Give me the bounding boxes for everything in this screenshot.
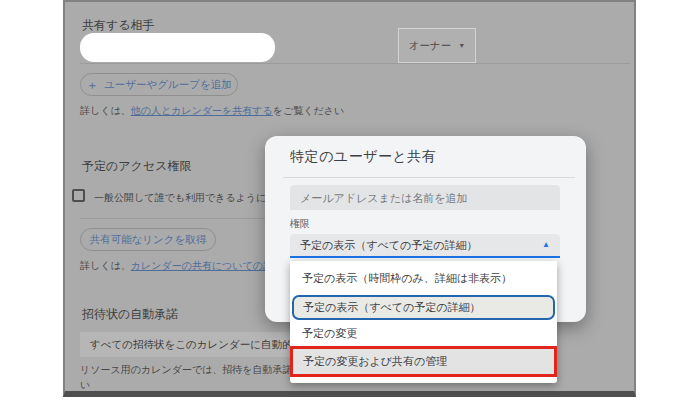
access-permissions-heading: 予定のアクセス権限 xyxy=(82,158,191,175)
redacted-user-chip xyxy=(80,33,275,62)
permission-option-label: 予定の変更および共有の管理 xyxy=(303,354,447,369)
permission-option-see-busy[interactable]: 予定の表示（時間枠のみ、詳細は非表示） xyxy=(290,264,557,292)
calendar-help-prefix: 詳しくは、 xyxy=(80,260,131,271)
permission-select-value: 予定の表示（すべての予定の詳細） xyxy=(300,238,478,253)
screenshot-stage: 共有する相手 オーナー ▼ ＋ ユーザーやグループを追加 詳しくは、他の人とカレ… xyxy=(0,0,700,400)
chevron-up-icon: ▲ xyxy=(542,241,550,249)
permission-dropdown-menu: 予定の表示（時間枠のみ、詳細は非表示） 予定の表示（すべての予定の詳細） 予定の… xyxy=(290,261,557,383)
permission-option-make-changes[interactable]: 予定の変更 xyxy=(290,321,557,345)
auto-accept-heading: 招待状の自動承諾 xyxy=(82,306,178,323)
permission-option-label: 予定の表示（時間枠のみ、詳細は非表示） xyxy=(302,271,512,286)
sharing-help-suffix: をご覧ください xyxy=(273,105,344,116)
permission-option-label: 予定の表示（すべての予定の詳細） xyxy=(303,300,481,315)
add-user-group-label: ユーザーやグループを追加 xyxy=(104,78,232,92)
resource-note-line2: い xyxy=(80,378,90,392)
calendar-help-link[interactable]: カレンダーの共有についての記事 xyxy=(131,260,283,271)
email-or-name-input[interactable] xyxy=(290,185,560,210)
dialog-title: 特定のユーザーと共有 xyxy=(290,148,436,166)
owner-label: オーナー xyxy=(409,39,452,53)
sharing-help-prefix: 詳しくは、 xyxy=(80,105,131,116)
owner-permission-dropdown[interactable]: オーナー ▼ xyxy=(398,28,476,63)
sharing-help-link[interactable]: 他の人とカレンダーを共有する xyxy=(131,105,273,116)
row-divider xyxy=(80,218,266,219)
permission-option-label: 予定の変更 xyxy=(302,326,357,341)
plus-icon: ＋ xyxy=(86,79,98,91)
dialog-divider xyxy=(283,177,575,178)
public-checkbox-label: 一般公開して誰でも利用できるように xyxy=(94,191,266,205)
share-with-heading: 共有する相手 xyxy=(82,17,155,34)
row-divider xyxy=(80,63,630,64)
public-checkbox[interactable] xyxy=(72,189,85,202)
chevron-down-icon: ▼ xyxy=(458,42,465,49)
permission-option-see-details-annotated-blue[interactable]: 予定の表示（すべての予定の詳細） xyxy=(292,295,555,320)
permission-option-manage-sharing-annotated-red[interactable]: 予定の変更および共有の管理 xyxy=(290,346,557,377)
permission-label: 権限 xyxy=(290,217,310,231)
add-user-group-button[interactable]: ＋ ユーザーやグループを追加 xyxy=(80,73,238,96)
get-shareable-link-button[interactable]: 共有可能なリンクを取得 xyxy=(80,228,216,251)
get-shareable-link-label: 共有可能なリンクを取得 xyxy=(90,233,207,247)
sharing-help-text: 詳しくは、他の人とカレンダーを共有するをご覧ください xyxy=(80,104,344,118)
permission-select[interactable]: 予定の表示（すべての予定の詳細） ▲ xyxy=(290,234,560,258)
